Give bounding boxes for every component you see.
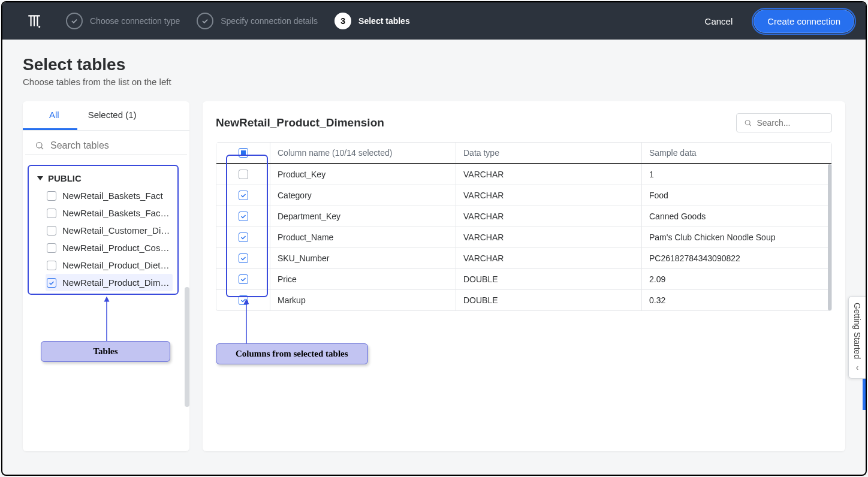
table-item[interactable]: NewRetail_Baskets_Fact_... [46,204,173,222]
table-checkbox[interactable] [47,243,56,253]
arrow-tables [98,295,116,343]
column-checkbox[interactable] [239,274,248,284]
search-icon [35,140,44,151]
column-name: Product_Name [270,227,456,247]
column-type: VARCHAR [456,206,642,227]
column-name: Price [270,269,456,289]
column-sample: 1 [642,164,831,185]
table-item[interactable]: NewRetail_Baskets_Fact [46,187,173,204]
table-checkbox[interactable] [47,278,56,288]
step-3: 3 Select tables [334,13,410,29]
column-row: Product_KeyVARCHAR1 [216,164,831,185]
create-connection-button[interactable]: Create connection [754,10,854,32]
step-label: Specify connection details [221,16,318,26]
page-title: Select tables [23,55,845,74]
search-columns-input[interactable] [757,118,824,128]
column-type: VARCHAR [456,164,642,185]
table-label: NewRetail_Product_Dime... [62,277,171,288]
column-row: PriceDOUBLE2.09 [216,269,831,290]
chevron-left-icon: ‹ [856,363,859,372]
column-type: DOUBLE [456,269,642,289]
getting-started-tab[interactable]: Getting Started ‹ [848,296,866,379]
svg-point-4 [745,120,750,125]
step-number: 3 [334,13,351,29]
table-label: NewRetail_Customer_Dim... [62,225,171,236]
column-sample: PC26182784343090822 [642,248,831,268]
column-row: MarkupDOUBLE0.32 [216,290,831,310]
selected-table-name: NewRetail_Product_Dimension [216,116,384,129]
table-item[interactable]: NewRetail_Product_Diet_... [46,256,173,274]
column-sample: Canned Goods [642,206,831,227]
table-item[interactable]: NewRetail_Product_Cost_... [46,239,173,256]
check-icon [197,13,213,29]
app-logo [26,13,42,29]
column-sample: 0.32 [642,290,831,310]
check-icon [66,13,83,29]
page-subtitle: Choose tables from the list on the left [23,77,845,87]
column-type: DOUBLE [456,290,642,310]
column-name: Markup [270,290,456,310]
getting-started-label: Getting Started [852,303,862,359]
step-label: Choose connection type [90,16,180,26]
column-name: Product_Key [270,164,456,185]
grid-header-row: Column name (10/14 selected) Data type S… [216,143,831,164]
schema-tree: PUBLIC NewRetail_Baskets_FactNewRetail_B… [28,165,179,295]
table-checkbox[interactable] [47,261,56,270]
column-checkbox[interactable] [239,253,248,263]
tab-all[interactable]: All [23,101,77,130]
schema-header[interactable]: PUBLIC [37,172,173,187]
columns-grid: Column name (10/14 selected) Data type S… [216,142,832,311]
table-label: NewRetail_Product_Cost_... [62,243,171,253]
column-name: Department_Key [270,206,456,227]
svg-point-1 [37,143,42,148]
column-checkbox[interactable] [239,170,248,179]
schema-name: PUBLIC [48,173,82,183]
column-name: SKU_Number [270,248,456,268]
callout-columns: Columns from selected tables [216,343,368,364]
tables-sidebar: All Selected (1) PUBLIC NewRetail_Basket… [23,101,189,451]
search-tables-input[interactable] [50,140,177,151]
table-item[interactable]: NewRetail_Product_Dime... [46,274,173,291]
column-checkbox[interactable] [239,212,248,221]
column-type: VARCHAR [456,248,642,268]
column-checkbox[interactable] [239,191,248,200]
svg-line-2 [41,147,43,149]
header-sample-data: Sample data [642,143,831,163]
header-data-type: Data type [456,143,642,163]
table-checkbox[interactable] [47,209,56,218]
caret-down-icon [37,176,43,180]
table-item[interactable]: NewRetail_Customer_Dim... [46,222,173,239]
step-2: Specify connection details [197,13,318,29]
column-sample: Food [642,185,831,206]
table-checkbox[interactable] [47,191,56,201]
columns-panel: NewRetail_Product_Dimension Column name … [203,101,845,451]
stepper: Choose connection type Specify connectio… [66,13,692,29]
column-type: VARCHAR [456,185,642,206]
select-all-checkbox[interactable] [239,148,248,158]
column-type: VARCHAR [456,227,642,247]
callout-tables: Tables [41,341,170,362]
topbar: Choose connection type Specify connectio… [2,2,866,40]
tab-selected[interactable]: Selected (1) [77,101,147,130]
header-column-name: Column name (10/14 selected) [270,143,456,163]
column-name: Category [270,185,456,206]
step-label: Select tables [358,16,410,26]
column-row: CategoryVARCHARFood [216,185,831,206]
column-row: Product_NameVARCHARPam's Club Chicken No… [216,227,831,248]
svg-line-5 [749,124,751,126]
column-sample: 2.09 [642,269,831,289]
search-tables-box [25,134,187,155]
search-columns-box [736,113,832,132]
table-label: NewRetail_Baskets_Fact [62,191,163,201]
column-row: Department_KeyVARCHARCanned Goods [216,206,831,227]
column-checkbox[interactable] [239,295,248,305]
sidebar-scrollbar[interactable] [185,287,189,407]
column-row: SKU_NumberVARCHARPC26182784343090822 [216,248,831,269]
column-checkbox[interactable] [239,233,248,242]
table-checkbox[interactable] [47,226,56,236]
cancel-button[interactable]: Cancel [692,10,746,32]
column-sample: Pam's Club Chicken Noodle Soup [642,227,831,247]
table-label: NewRetail_Product_Diet_... [62,260,171,270]
search-icon [744,118,752,128]
table-label: NewRetail_Baskets_Fact_... [62,208,171,218]
